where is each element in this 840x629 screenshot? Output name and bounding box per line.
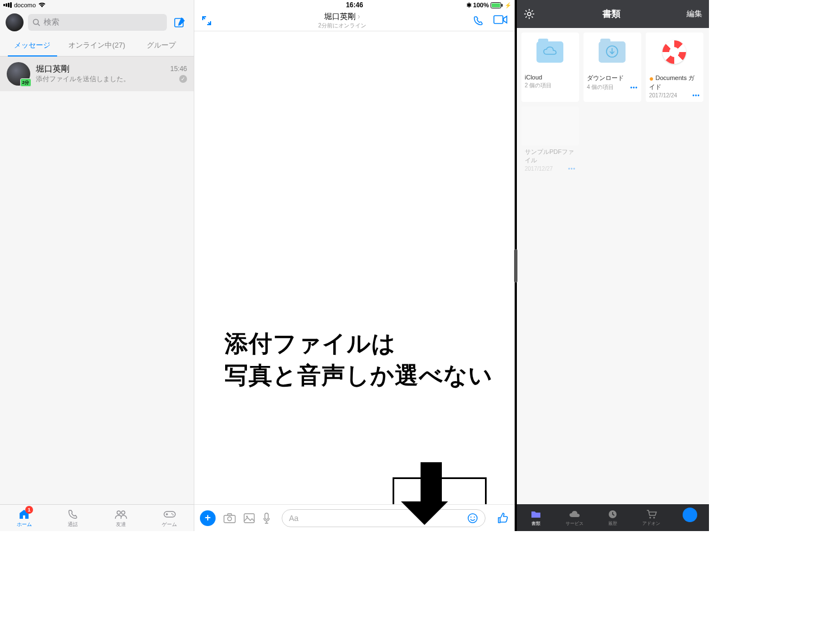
chat-body[interactable]: 添付ファイルは 写真と音声しか選べない [194,31,515,504]
bluetooth-icon: ✱ [466,2,472,9]
messenger-tabbar: 1 ホーム 通話 友達 ゲーム [0,504,194,531]
convo-name: 堀口英剛 [36,64,165,74]
chat-input-bar: + Aa [194,504,515,531]
tab-docs[interactable]: 書類 [517,504,556,531]
cloud-icon [568,509,581,520]
gallery-button[interactable] [244,513,255,523]
item-meta: 2017/12/24 [649,92,677,98]
tab-messages[interactable]: メッセージ [0,35,64,56]
documents-tabbar: 書類 サービス 履歴 アドオン [517,504,709,531]
tab-addons[interactable]: アドオン [632,504,671,531]
annotation-text: 添付ファイルは 写真と音声しか選べない [225,328,493,391]
tab-calls-label: 通話 [68,521,78,528]
svg-point-17 [246,515,248,517]
profile-avatar[interactable] [6,13,24,31]
tab-calls[interactable]: 通話 [49,505,97,531]
message-input[interactable]: Aa [282,509,486,527]
doc-guide[interactable]: ● Documents ガイド 2017/12/24••• [646,32,703,102]
search-placeholder: 検索 [44,17,59,27]
edit-button[interactable]: 編集 [687,9,702,19]
svg-point-25 [650,517,651,519]
camera-button[interactable] [223,513,236,523]
split-view-handle[interactable] [514,249,517,283]
conversation-row[interactable]: 2分 堀口英剛 添付ファイルを送信しました。 15:46 ✓ [0,57,194,91]
phone-icon [67,508,78,520]
tab-online[interactable]: オンライン中(27) [64,35,129,56]
item-name: サンプルPDFファイル [521,145,579,165]
clock: 16:46 [346,1,363,9]
doc-sample-pdf[interactable]: サンプルPDFファイル 2017/12/27••• [521,106,579,175]
annotation-line1: 添付ファイルは [225,328,493,360]
expand-button[interactable] [201,15,212,26]
battery-icon [491,2,503,8]
mic-button[interactable] [263,513,270,524]
attach-button[interactable]: + [200,510,216,526]
convo-avatar: 2分 [7,62,30,86]
tab-games[interactable]: ゲーム [146,505,194,531]
search-icon [32,18,40,26]
settings-button[interactable] [524,8,536,20]
chat-subtitle: 2分前にオンライン [212,22,472,30]
tab-home[interactable]: 1 ホーム [0,505,49,531]
more-button[interactable]: ••• [630,85,638,91]
convo-time: 15:46 [170,65,187,73]
documents-title: 書類 [536,8,687,20]
charging-icon: ⚡ [505,2,511,8]
tab-history-label: 履歴 [608,520,617,527]
svg-point-21 [474,517,475,518]
messenger-sidebar: docomo 検索 メッセージ オンライン中(27) グループ 2分 堀口英剛 … [0,0,194,531]
annotation-highlight-box [393,477,487,504]
pdf-thumb [521,106,579,145]
svg-rect-11 [492,3,500,7]
cart-icon [646,509,657,520]
tab-friends-label: 友達 [116,521,126,528]
search-input[interactable]: 検索 [28,14,167,31]
tab-groups[interactable]: グループ [129,35,194,56]
emoji-button[interactable] [467,513,478,524]
battery-pct: 100% [473,2,489,8]
tab-addons-label: アドオン [642,520,660,527]
cloud-icon [542,46,558,56]
gamepad-icon [163,508,176,520]
svg-rect-13 [494,16,503,24]
item-meta: 4 個の項目 [587,83,614,91]
video-call-button[interactable] [493,15,508,27]
svg-point-0 [34,20,39,25]
svg-point-26 [654,517,655,519]
lifebuoy-icon [662,40,686,64]
status-bar-center: 16:46 ✱ 100% ⚡ [194,0,515,10]
tab-friends[interactable]: 友達 [97,505,146,531]
more-button[interactable]: ••• [692,92,700,98]
more-button[interactable]: ••• [568,166,576,172]
like-button[interactable] [497,512,509,524]
documents-app: 書類 編集 iCloud 2 個の項目 ダウンロード 4 個の項目••• ● D… [515,0,709,531]
presence-badge: 2分 [20,78,31,87]
clock-icon [608,509,618,520]
sidebar-header: 検索 [0,10,194,35]
svg-point-8 [171,513,172,514]
audio-call-button[interactable] [472,15,484,27]
compose-button[interactable] [171,14,188,31]
sidebar-tabs: メッセージ オンライン中(27) グループ [0,35,194,57]
people-icon [114,508,128,520]
tab-history[interactable]: 履歴 [594,504,632,531]
folder-icloud[interactable]: iCloud 2 個の項目 [521,32,579,102]
tab-home-label: ホーム [17,521,32,528]
folder-downloads[interactable]: ダウンロード 4 個の項目••• [584,32,641,102]
svg-point-3 [117,511,120,514]
item-meta: 2017/12/27 [525,166,553,172]
item-name: ダウンロード [584,72,641,82]
svg-point-19 [468,514,477,523]
tab-games-label: ゲーム [162,521,177,528]
svg-point-15 [228,517,232,520]
compass-icon [683,508,697,522]
tab-browser[interactable] [670,504,709,531]
svg-rect-16 [244,514,254,523]
folder-icon [599,41,626,63]
svg-point-20 [470,517,472,518]
svg-rect-18 [265,513,268,519]
delivered-icon: ✓ [179,75,187,83]
chat-title[interactable]: 堀口英剛 [324,12,356,21]
tab-services[interactable]: サービス [556,504,594,531]
carrier-label: docomo [14,2,36,8]
